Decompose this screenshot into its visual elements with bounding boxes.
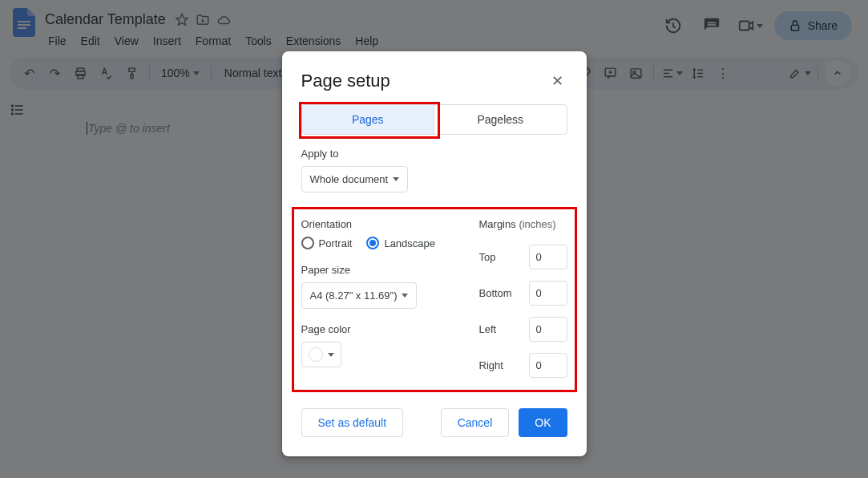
set-default-button[interactable]: Set as default [301, 408, 404, 437]
margin-bottom-input[interactable] [529, 281, 567, 306]
tab-pageless[interactable]: Pageless [434, 105, 567, 134]
radio-portrait[interactable]: Portrait [301, 237, 353, 249]
margin-bottom-label: Bottom [479, 287, 512, 299]
tab-pages[interactable]: Pages [302, 105, 434, 134]
ok-button[interactable]: OK [519, 408, 567, 437]
margin-top-input[interactable] [529, 245, 567, 269]
tabs: Pages Pageless [301, 104, 567, 135]
close-icon[interactable]: ✕ [548, 71, 567, 91]
page-color-select[interactable] [301, 342, 341, 367]
orientation-label: Orientation [301, 218, 454, 230]
modal-overlay: Page setup ✕ Pages Pageless Apply to Who… [0, 0, 868, 478]
radio-landscape[interactable]: Landscape [366, 237, 435, 249]
paper-size-select[interactable]: A4 (8.27" x 11.69") [301, 282, 418, 309]
cancel-button[interactable]: Cancel [441, 408, 510, 437]
margin-top-label: Top [479, 251, 496, 263]
margin-right-input[interactable] [529, 353, 567, 378]
paper-size-label: Paper size [301, 264, 454, 276]
dialog-title: Page setup [301, 71, 390, 91]
margins-label: Margins (inches) [479, 218, 567, 230]
apply-to-select[interactable]: Whole document [301, 166, 409, 192]
apply-to-label: Apply to [301, 148, 567, 160]
margin-left-label: Left [479, 323, 497, 335]
margin-left-input[interactable] [529, 317, 567, 342]
color-swatch-icon [309, 347, 323, 362]
page-color-label: Page color [301, 323, 454, 335]
page-setup-dialog: Page setup ✕ Pages Pageless Apply to Who… [282, 51, 587, 456]
margin-right-label: Right [479, 359, 503, 371]
